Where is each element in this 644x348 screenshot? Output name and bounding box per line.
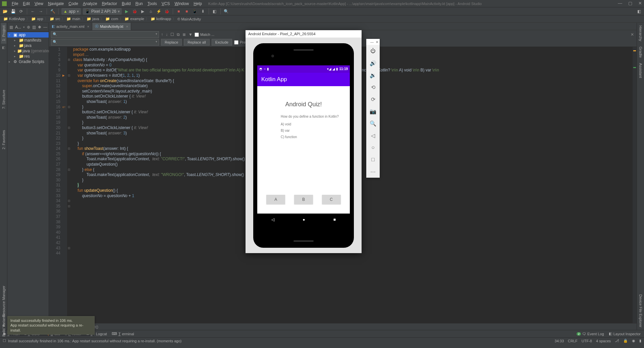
apply-changes-icon[interactable]: ⚡ [156, 8, 162, 14]
tab-activity_main.xml[interactable]: ◧ activity_main.xml × [49, 23, 92, 30]
profile-icon[interactable]: ⌂ [148, 8, 154, 14]
answer-button-a[interactable]: A [266, 195, 285, 204]
rotate-left-icon[interactable]: ⟲ [366, 81, 380, 93]
find-add-selection-icon[interactable]: ⧉ [177, 32, 180, 37]
menu-window[interactable]: Window [172, 1, 191, 7]
emu-back-icon[interactable]: ◁ [366, 129, 380, 141]
project-tool-tab[interactable]: 1: Project [1, 23, 6, 44]
git-branch-icon[interactable]: ⎇ [615, 339, 619, 343]
emu-home-icon[interactable]: ○ [366, 141, 380, 154]
memory-icon[interactable]: ▮ [639, 339, 641, 343]
tree-java[interactable]: ▸📁java (generated) [7, 48, 49, 54]
find-next-icon[interactable]: ↓ [166, 32, 168, 37]
emu-close-icon[interactable]: ✕ [376, 40, 378, 44]
debug-icon[interactable]: 🐞 [132, 8, 138, 14]
crumb-main[interactable]: 📁 main [65, 17, 82, 21]
exclude-button[interactable]: Exclude [212, 39, 232, 46]
find-filter-icon[interactable]: ▼ [189, 32, 193, 37]
rotate-right-icon[interactable]: ⟳ [366, 93, 380, 105]
crumb-mainactivity[interactable]: © MainActivity [176, 17, 202, 21]
tree-manifests[interactable]: ▸📁manifests [7, 38, 49, 43]
menu-help[interactable]: Help [191, 1, 204, 7]
save-icon[interactable]: 💾 [10, 8, 16, 14]
tab-close-icon[interactable]: × [87, 24, 89, 28]
gradle-scripts[interactable]: ▸⚙Gradle Scripts [7, 59, 49, 64]
inspector-icon[interactable]: ◉ [632, 339, 635, 343]
replace-input[interactable]: 🔍 ▾ [51, 39, 159, 46]
minimize-button[interactable]: — [618, 1, 622, 6]
coverage-icon[interactable]: ▶ [140, 8, 146, 14]
device-selector[interactable]: 📱 Pixel 2 API 26 ▾ [83, 8, 122, 15]
volume-up-icon[interactable]: 🔊 [366, 57, 380, 69]
tree-res[interactable]: ▸📁res [7, 54, 49, 59]
replace-all-button[interactable]: Replace all [184, 39, 209, 46]
crumb-app[interactable]: 📁 app [30, 17, 44, 21]
structure-icon[interactable]: ◧ [212, 8, 218, 14]
tree-java[interactable]: ▸📁java [7, 43, 49, 48]
menu-code[interactable]: Code [66, 1, 80, 7]
stop-icon[interactable]: ■ [176, 8, 182, 14]
maximize-button[interactable]: ▢ [628, 1, 632, 6]
line-separator[interactable]: CRLF [568, 339, 578, 343]
project-view-selector[interactable]: A... [15, 25, 21, 30]
find-occurrence-icon[interactable]: ≣ [182, 32, 186, 37]
crumb-kotlinapp[interactable]: 📁 kotlinapp [149, 17, 172, 21]
answer-button-c[interactable]: C [322, 195, 341, 204]
menu-refactor[interactable]: Refactor [100, 1, 119, 7]
build-icon[interactable]: 🔨 [50, 8, 56, 14]
tab-MainActivity.kt[interactable]: Ⓚ MainActivity.kt × [92, 23, 131, 30]
forward-icon[interactable]: → [38, 8, 44, 14]
gradle-tab[interactable]: Gradle [638, 44, 643, 60]
project-collapse-icon[interactable]: — [43, 25, 47, 30]
sdk-icon[interactable]: ⬇ [200, 8, 206, 14]
back-icon[interactable]: ← [30, 8, 36, 14]
menu-tools[interactable]: Tools [145, 1, 159, 7]
file-encoding[interactable]: UTF-8 [582, 339, 592, 343]
crumb-example[interactable]: 📁 example [123, 17, 146, 21]
emu-more-icon[interactable]: ⋯ [366, 166, 380, 178]
menu-analyze[interactable]: Analyze [80, 1, 100, 7]
caret-position[interactable]: 34:33 [555, 339, 564, 343]
find-prev-icon[interactable]: ↑ [161, 32, 163, 37]
avd-icon[interactable]: 📱 [192, 8, 198, 14]
crumb-java[interactable]: 📁 java [85, 17, 100, 21]
answer-button-b[interactable]: B [294, 195, 313, 204]
crumb-src[interactable]: 📁 src [48, 17, 62, 21]
tab-close-icon[interactable]: × [126, 24, 128, 28]
close-button[interactable]: ✕ [638, 1, 642, 6]
project-filter-icon[interactable]: ▥ [32, 25, 36, 30]
recents-nav-icon[interactable]: ■ [333, 217, 336, 222]
sync-icon[interactable]: ⟳ [18, 8, 24, 14]
search-everywhere-icon[interactable]: 🔍 [223, 8, 229, 14]
emu-minimize-icon[interactable]: — [370, 40, 374, 44]
stop2-icon[interactable]: ■ [184, 8, 190, 14]
match-case-check[interactable]: Match ... [195, 33, 214, 37]
volume-down-icon[interactable]: 🔉 [366, 69, 380, 81]
attach-debugger-icon[interactable]: 🐞 [164, 8, 170, 14]
run-icon[interactable]: ▶ [124, 8, 130, 14]
home-nav-icon[interactable]: ● [303, 217, 305, 222]
menu-view[interactable]: View [32, 1, 46, 7]
favorites-tab[interactable]: 2: Favorites [2, 130, 6, 149]
find-select-all-icon[interactable]: ☐ [170, 32, 174, 37]
menu-build[interactable]: Build [119, 1, 133, 7]
indent-info[interactable]: 4 spaces [596, 339, 611, 343]
emulator-title-bar[interactable]: Android Emulator - Pixel_2_API_26:5554 [246, 30, 362, 38]
open-icon[interactable]: 📂 [2, 8, 8, 14]
project-root[interactable]: ▾▣app [7, 32, 49, 38]
menu-navigate[interactable]: Navigate [46, 1, 66, 7]
replace-button[interactable]: Replace [161, 39, 182, 46]
emu-overview-icon[interactable]: □ [366, 154, 380, 166]
menu-vcs[interactable]: VCS [159, 1, 172, 7]
bottom-tab-layoutinspector[interactable]: ◧ Layout Inspector [609, 332, 641, 336]
menu-file[interactable]: File [9, 1, 20, 7]
ide-settings-icon[interactable]: ◧ [636, 8, 642, 14]
structure-tab[interactable]: 7: Structure [2, 90, 6, 109]
find-input[interactable]: 🔍 ▾ [51, 31, 159, 38]
crumb-kotlinapp[interactable]: 📁 KotlinApp [2, 17, 26, 21]
crumb-com[interactable]: 📁 com [104, 17, 119, 21]
project-crosshair-icon[interactable]: ⊕ [27, 25, 30, 30]
find-close-icon[interactable]: ✕ [631, 32, 634, 37]
assistant-tab[interactable]: Assistant [638, 60, 643, 81]
menu-edit[interactable]: Edit [20, 1, 32, 7]
